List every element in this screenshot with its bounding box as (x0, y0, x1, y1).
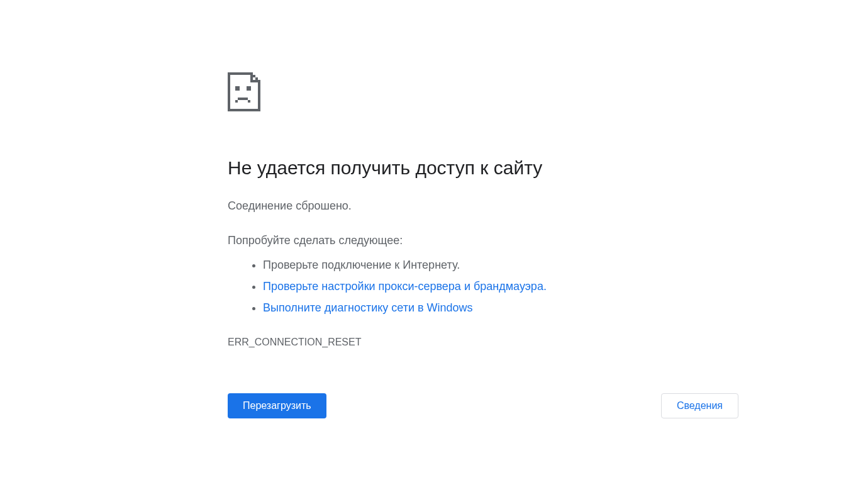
try-heading: Попробуйте сделать следующее: (228, 232, 743, 249)
svg-rect-3 (228, 72, 253, 75)
error-code: ERR_CONNECTION_RESET (228, 337, 743, 348)
svg-rect-4 (250, 72, 253, 81)
suggestion-link-proxy[interactable]: Проверьте настройки прокси-сервера и бра… (263, 280, 547, 293)
svg-rect-5 (250, 80, 260, 82)
svg-rect-9 (247, 86, 251, 91)
svg-rect-10 (238, 98, 248, 100)
error-icon-wrap (228, 72, 743, 111)
reload-button[interactable]: Перезагрузить (228, 393, 326, 418)
error-page-container: Не удается получить доступ к сайту Соеди… (228, 0, 743, 418)
suggestion-item: Проверьте настройки прокси-сервера и бра… (263, 276, 743, 297)
svg-rect-0 (228, 72, 230, 111)
suggestion-item: Проверьте подключение к Интернету. (263, 254, 743, 276)
svg-rect-11 (235, 100, 238, 103)
svg-rect-12 (248, 100, 250, 103)
suggestions-list: Проверьте подключение к Интернету. Прове… (228, 254, 743, 319)
svg-rect-7 (255, 77, 258, 80)
suggestion-text: Проверьте подключение к Интернету. (263, 259, 460, 271)
suggestion-link-diagnostics[interactable]: Выполните диагностику сети в Windows (263, 301, 473, 314)
svg-rect-6 (253, 75, 255, 77)
sad-page-icon (228, 72, 260, 111)
svg-rect-1 (258, 80, 260, 111)
details-button[interactable]: Сведения (661, 393, 738, 418)
suggestion-item: Выполните диагностику сети в Windows (263, 297, 743, 318)
svg-rect-8 (235, 86, 240, 91)
button-row: Перезагрузить Сведения (228, 393, 738, 418)
error-title: Не удается получить доступ к сайту (228, 155, 743, 180)
error-message: Соединение сброшено. (228, 198, 743, 215)
svg-rect-2 (228, 109, 260, 111)
